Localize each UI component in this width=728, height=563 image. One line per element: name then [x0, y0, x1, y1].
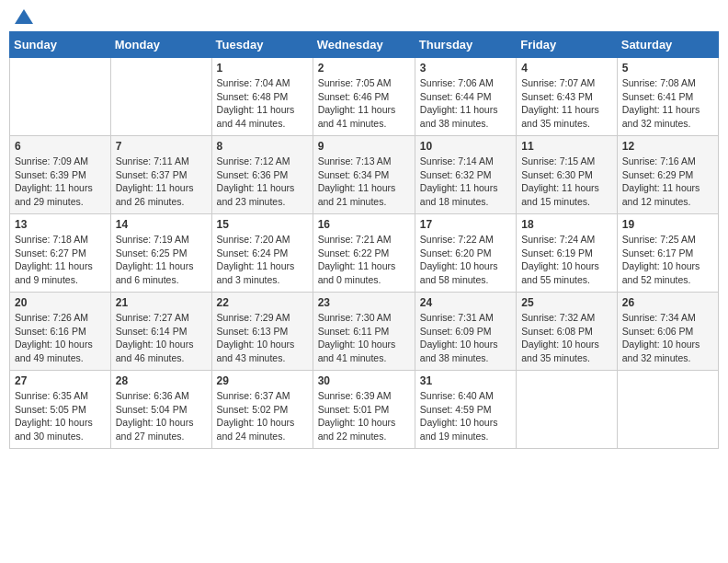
day-info: Sunrise: 7:25 AM Sunset: 6:17 PM Dayligh… — [622, 233, 713, 287]
day-info: Sunrise: 7:18 AM Sunset: 6:27 PM Dayligh… — [15, 233, 106, 287]
day-number: 8 — [217, 140, 308, 153]
day-number: 4 — [521, 62, 612, 75]
day-info: Sunrise: 6:37 AM Sunset: 5:02 PM Dayligh… — [217, 389, 308, 443]
weekday-header-sunday: Sunday — [10, 32, 111, 58]
calendar-cell: 15Sunrise: 7:20 AM Sunset: 6:24 PM Dayli… — [211, 214, 313, 293]
day-info: Sunrise: 7:30 AM Sunset: 6:11 PM Dayligh… — [318, 311, 410, 365]
day-number: 6 — [15, 140, 106, 153]
day-number: 30 — [318, 374, 410, 387]
day-info: Sunrise: 6:39 AM Sunset: 5:01 PM Dayligh… — [318, 389, 410, 443]
weekday-header-monday: Monday — [110, 32, 211, 58]
calendar-cell: 20Sunrise: 7:26 AM Sunset: 6:16 PM Dayli… — [10, 293, 111, 371]
calendar-cell: 8Sunrise: 7:12 AM Sunset: 6:36 PM Daylig… — [211, 136, 313, 214]
calendar-cell: 7Sunrise: 7:11 AM Sunset: 6:37 PM Daylig… — [110, 136, 211, 214]
calendar-table: SundayMondayTuesdayWednesdayThursdayFrid… — [9, 31, 719, 449]
day-info: Sunrise: 7:22 AM Sunset: 6:20 PM Dayligh… — [420, 233, 511, 287]
day-info: Sunrise: 7:20 AM Sunset: 6:24 PM Dayligh… — [217, 233, 308, 287]
page-header — [9, 9, 719, 24]
calendar-cell: 19Sunrise: 7:25 AM Sunset: 6:17 PM Dayli… — [617, 214, 718, 293]
day-info: Sunrise: 7:19 AM Sunset: 6:25 PM Dayligh… — [116, 233, 207, 287]
calendar-cell: 6Sunrise: 7:09 AM Sunset: 6:39 PM Daylig… — [10, 136, 111, 214]
calendar-cell: 12Sunrise: 7:16 AM Sunset: 6:29 PM Dayli… — [617, 136, 718, 214]
weekday-header-tuesday: Tuesday — [211, 32, 313, 58]
day-number: 24 — [420, 296, 511, 309]
day-info: Sunrise: 7:13 AM Sunset: 6:34 PM Dayligh… — [318, 155, 410, 209]
day-info: Sunrise: 7:06 AM Sunset: 6:44 PM Dayligh… — [420, 76, 511, 131]
day-info: Sunrise: 7:21 AM Sunset: 6:22 PM Dayligh… — [318, 233, 410, 287]
logo — [13, 13, 33, 24]
calendar-cell — [10, 58, 111, 136]
calendar-cell: 27Sunrise: 6:35 AM Sunset: 5:05 PM Dayli… — [10, 371, 111, 449]
day-number: 14 — [116, 218, 207, 231]
day-number: 17 — [420, 218, 511, 231]
day-info: Sunrise: 7:29 AM Sunset: 6:13 PM Dayligh… — [217, 311, 308, 365]
calendar-cell: 11Sunrise: 7:15 AM Sunset: 6:30 PM Dayli… — [517, 136, 618, 214]
day-info: Sunrise: 7:27 AM Sunset: 6:14 PM Dayligh… — [116, 311, 207, 365]
day-info: Sunrise: 7:07 AM Sunset: 6:43 PM Dayligh… — [521, 76, 612, 131]
day-info: Sunrise: 7:04 AM Sunset: 6:48 PM Dayligh… — [217, 76, 308, 131]
day-number: 11 — [521, 140, 612, 153]
day-info: Sunrise: 7:05 AM Sunset: 6:46 PM Dayligh… — [318, 76, 410, 131]
calendar-cell: 26Sunrise: 7:34 AM Sunset: 6:06 PM Dayli… — [617, 293, 718, 371]
calendar-cell: 29Sunrise: 6:37 AM Sunset: 5:02 PM Dayli… — [211, 371, 313, 449]
calendar-cell: 10Sunrise: 7:14 AM Sunset: 6:32 PM Dayli… — [415, 136, 516, 214]
calendar-cell: 9Sunrise: 7:13 AM Sunset: 6:34 PM Daylig… — [313, 136, 415, 214]
calendar-cell: 2Sunrise: 7:05 AM Sunset: 6:46 PM Daylig… — [313, 58, 415, 136]
calendar-cell: 28Sunrise: 6:36 AM Sunset: 5:04 PM Dayli… — [110, 371, 211, 449]
calendar-cell: 16Sunrise: 7:21 AM Sunset: 6:22 PM Dayli… — [313, 214, 415, 293]
calendar-cell: 25Sunrise: 7:32 AM Sunset: 6:08 PM Dayli… — [517, 293, 618, 371]
day-number: 23 — [318, 296, 410, 309]
day-number: 21 — [116, 296, 207, 309]
day-info: Sunrise: 7:15 AM Sunset: 6:30 PM Dayligh… — [521, 155, 612, 209]
day-number: 3 — [420, 62, 511, 75]
day-info: Sunrise: 6:35 AM Sunset: 5:05 PM Dayligh… — [15, 389, 106, 443]
calendar-cell: 1Sunrise: 7:04 AM Sunset: 6:48 PM Daylig… — [211, 58, 313, 136]
calendar-cell: 14Sunrise: 7:19 AM Sunset: 6:25 PM Dayli… — [110, 214, 211, 293]
day-info: Sunrise: 7:09 AM Sunset: 6:39 PM Dayligh… — [15, 155, 106, 209]
day-number: 27 — [15, 374, 106, 387]
logo-icon — [15, 9, 33, 24]
day-number: 9 — [318, 140, 410, 153]
day-info: Sunrise: 7:32 AM Sunset: 6:08 PM Dayligh… — [521, 311, 612, 365]
day-number: 26 — [622, 296, 713, 309]
day-number: 10 — [420, 140, 511, 153]
day-info: Sunrise: 7:11 AM Sunset: 6:37 PM Dayligh… — [116, 155, 207, 209]
weekday-header-thursday: Thursday — [415, 32, 516, 58]
day-info: Sunrise: 7:16 AM Sunset: 6:29 PM Dayligh… — [622, 155, 713, 209]
calendar-cell: 18Sunrise: 7:24 AM Sunset: 6:19 PM Dayli… — [517, 214, 618, 293]
calendar-cell — [617, 371, 718, 449]
day-number: 13 — [15, 218, 106, 231]
calendar-cell — [517, 371, 618, 449]
day-number: 5 — [622, 62, 713, 75]
weekday-header-row: SundayMondayTuesdayWednesdayThursdayFrid… — [10, 32, 719, 58]
day-number: 25 — [521, 296, 612, 309]
calendar-cell: 30Sunrise: 6:39 AM Sunset: 5:01 PM Dayli… — [313, 371, 415, 449]
day-number: 1 — [217, 62, 308, 75]
calendar-cell: 24Sunrise: 7:31 AM Sunset: 6:09 PM Dayli… — [415, 293, 516, 371]
calendar-cell: 31Sunrise: 6:40 AM Sunset: 4:59 PM Dayli… — [415, 371, 516, 449]
day-number: 18 — [521, 218, 612, 231]
day-number: 19 — [622, 218, 713, 231]
day-number: 31 — [420, 374, 511, 387]
calendar-cell — [110, 58, 211, 136]
svg-marker-0 — [15, 9, 33, 24]
calendar-cell: 23Sunrise: 7:30 AM Sunset: 6:11 PM Dayli… — [313, 293, 415, 371]
day-info: Sunrise: 7:12 AM Sunset: 6:36 PM Dayligh… — [217, 155, 308, 209]
weekday-header-wednesday: Wednesday — [313, 32, 415, 58]
day-number: 29 — [217, 374, 308, 387]
day-number: 12 — [622, 140, 713, 153]
calendar-cell: 4Sunrise: 7:07 AM Sunset: 6:43 PM Daylig… — [517, 58, 618, 136]
calendar-cell: 17Sunrise: 7:22 AM Sunset: 6:20 PM Dayli… — [415, 214, 516, 293]
day-info: Sunrise: 7:24 AM Sunset: 6:19 PM Dayligh… — [521, 233, 612, 287]
weekday-header-saturday: Saturday — [617, 32, 718, 58]
day-info: Sunrise: 6:36 AM Sunset: 5:04 PM Dayligh… — [116, 389, 207, 443]
day-info: Sunrise: 7:14 AM Sunset: 6:32 PM Dayligh… — [420, 155, 511, 209]
week-row-3: 13Sunrise: 7:18 AM Sunset: 6:27 PM Dayli… — [10, 214, 719, 293]
day-info: Sunrise: 7:26 AM Sunset: 6:16 PM Dayligh… — [15, 311, 106, 365]
week-row-5: 27Sunrise: 6:35 AM Sunset: 5:05 PM Dayli… — [10, 371, 719, 449]
day-number: 28 — [116, 374, 207, 387]
calendar-cell: 13Sunrise: 7:18 AM Sunset: 6:27 PM Dayli… — [10, 214, 111, 293]
week-row-4: 20Sunrise: 7:26 AM Sunset: 6:16 PM Dayli… — [10, 293, 719, 371]
day-number: 15 — [217, 218, 308, 231]
day-number: 20 — [15, 296, 106, 309]
